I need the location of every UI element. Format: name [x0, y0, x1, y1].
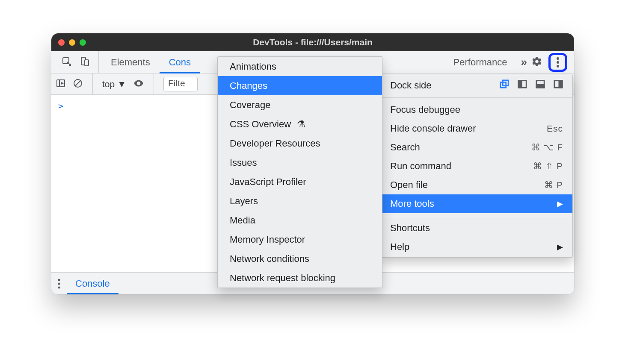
svg-point-10: [58, 286, 60, 288]
submenu-javascript-profiler[interactable]: JavaScript Profiler: [218, 172, 382, 191]
console-prompt-icon: >: [58, 101, 63, 111]
divider: [92, 73, 93, 94]
more-tools-submenu: Animations Changes Coverage CSS Overview…: [217, 56, 382, 288]
minimize-window-button[interactable]: [69, 39, 75, 46]
flask-icon: ⚗: [297, 119, 305, 130]
tabs-overflow-button[interactable]: »: [517, 51, 531, 73]
tab-console[interactable]: Cons: [160, 51, 200, 73]
menu-dock-side: Dock side: [381, 76, 572, 95]
svg-point-8: [58, 279, 60, 281]
clear-console-icon[interactable]: [73, 78, 83, 90]
tab-label: Elements: [111, 57, 150, 68]
svg-rect-14: [518, 81, 521, 88]
toggle-device-toolbar-icon[interactable]: [80, 56, 90, 68]
menu-label: Dock side: [390, 80, 432, 91]
menu-run-command[interactable]: Run command⌘ ⇧ P: [381, 157, 572, 176]
submenu-memory-inspector[interactable]: Memory Inspector: [218, 230, 382, 249]
kebab-icon: [57, 278, 61, 289]
submenu-developer-resources[interactable]: Developer Resources: [218, 134, 382, 153]
svg-rect-18: [559, 81, 562, 88]
svg-point-5: [557, 65, 559, 68]
chevron-double-right-icon: »: [521, 56, 527, 69]
shortcut-text: ⌘ ⌥ F: [531, 142, 563, 153]
context-label: top: [102, 79, 115, 89]
svg-point-9: [58, 282, 60, 285]
svg-point-3: [557, 57, 559, 60]
divider: [154, 73, 154, 94]
toggle-sidebar-icon[interactable]: [56, 78, 66, 90]
menu-focus-debuggee[interactable]: Focus debuggee: [381, 100, 572, 119]
window-title: DevTools - file:///Users/main: [51, 37, 574, 47]
context-selector[interactable]: top ▼: [102, 79, 126, 89]
tab-label: Performance: [453, 57, 507, 68]
svg-rect-16: [536, 85, 544, 88]
submenu-coverage[interactable]: Coverage: [218, 95, 382, 114]
dock-bottom-icon[interactable]: [536, 79, 545, 91]
shortcut-text: Esc: [547, 123, 563, 134]
kebab-icon: [556, 57, 560, 68]
submenu-network-conditions[interactable]: Network conditions: [218, 249, 382, 268]
zoom-window-button[interactable]: [80, 39, 86, 46]
customize-menu: Dock side: [380, 75, 573, 258]
submenu-issues[interactable]: Issues: [218, 153, 382, 172]
live-expression-icon[interactable]: [133, 78, 144, 91]
drawer-menu-button[interactable]: [51, 273, 67, 294]
dock-undock-icon[interactable]: [500, 79, 509, 91]
menu-open-file[interactable]: Open file⌘ P: [381, 176, 572, 194]
customize-devtools-button[interactable]: [548, 53, 567, 72]
tab-label: Console: [75, 278, 110, 289]
filter-input[interactable]: Filte: [163, 77, 198, 91]
submenu-media[interactable]: Media: [218, 211, 382, 230]
close-window-button[interactable]: [58, 39, 65, 46]
menu-shortcuts[interactable]: Shortcuts: [381, 219, 572, 238]
svg-rect-2: [85, 60, 89, 66]
menu-search[interactable]: Search⌘ ⌥ F: [381, 138, 572, 157]
chevron-down-icon: ▼: [117, 79, 126, 89]
submenu-network-request-blocking[interactable]: Network request blocking: [218, 268, 382, 288]
divider: [98, 51, 99, 73]
dock-left-icon[interactable]: [518, 79, 527, 91]
dock-right-icon[interactable]: [554, 79, 563, 91]
settings-button[interactable]: [531, 56, 542, 69]
menu-hide-console-drawer[interactable]: Hide console drawerEsc: [381, 119, 572, 138]
submenu-animations[interactable]: Animations: [218, 57, 382, 76]
tab-elements[interactable]: Elements: [101, 51, 160, 73]
inspect-element-icon[interactable]: [62, 56, 72, 68]
tab-performance[interactable]: Performance: [453, 51, 517, 73]
tab-label: Cons: [169, 57, 191, 68]
chevron-right-icon: ▶: [557, 242, 563, 252]
menu-help[interactable]: Help▶: [381, 238, 572, 256]
submenu-changes[interactable]: Changes: [218, 76, 382, 95]
chevron-right-icon: ▶: [557, 199, 563, 208]
submenu-css-overview[interactable]: CSS Overview⚗: [218, 114, 382, 134]
drawer-tab-console[interactable]: Console: [67, 273, 119, 294]
menu-more-tools[interactable]: More tools▶: [381, 194, 572, 213]
shortcut-text: ⌘ ⇧ P: [533, 161, 563, 171]
traffic-lights: [58, 39, 86, 46]
submenu-layers[interactable]: Layers: [218, 191, 382, 211]
shortcut-text: ⌘ P: [544, 180, 563, 190]
titlebar: DevTools - file:///Users/main: [51, 33, 574, 51]
svg-point-4: [557, 61, 559, 64]
